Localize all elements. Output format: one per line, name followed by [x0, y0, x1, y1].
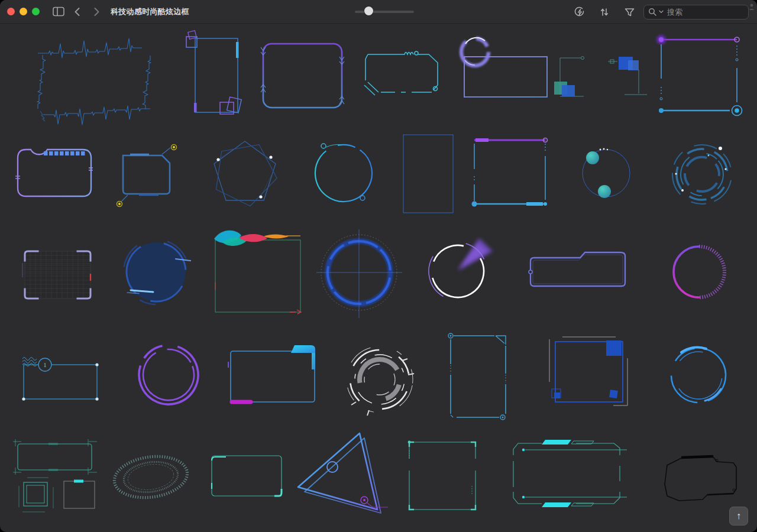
thumbnail-teal-bracket-square[interactable]: [401, 436, 484, 516]
thumbnail-teal-rounded-accent-frame[interactable]: [208, 452, 285, 499]
thumbnail-square-nodes-vertical-frame[interactable]: [185, 33, 247, 120]
sort-button[interactable]: [596, 4, 613, 20]
thumbnail-teal-double-square[interactable]: [19, 478, 53, 512]
thumbnail-cyan-hud-coil-frame[interactable]: [354, 46, 442, 100]
forward-chevron-icon: [92, 7, 101, 17]
thumbnail-magenta-hatched-ring[interactable]: [668, 242, 730, 303]
badge-one: 1: [43, 361, 47, 368]
slider-track[interactable]: [355, 11, 414, 13]
title-bar: 科技动感时尚酷炫边框: [0, 0, 757, 24]
minimize-button[interactable]: [20, 8, 27, 15]
thumbnail-gradient-double-triangle[interactable]: [295, 432, 389, 517]
thumbnail-teal-corner-frame-b[interactable]: [608, 52, 648, 106]
thumbnail-radar-dashed-circles[interactable]: [667, 141, 737, 209]
thumbnail-navy-disc-arcs[interactable]: [121, 235, 191, 306]
close-button[interactable]: [7, 8, 15, 15]
thumbnail-purple-cyan-node-square-a[interactable]: [655, 33, 744, 115]
thumbnail-purple-ring-rect-frame[interactable]: [451, 34, 552, 100]
thumbnail-planet-orbit-circle[interactable]: [577, 145, 636, 204]
chevron-down-icon: [659, 10, 664, 14]
thumbnail-green-frame-color-wave[interactable]: [212, 228, 303, 316]
sidebar-toggle-icon: [53, 7, 64, 17]
traffic-lights: [7, 8, 40, 15]
search-input[interactable]: [666, 7, 744, 17]
thumbnail-double-pentagon-frame[interactable]: [210, 137, 280, 211]
thumbnail-white-circle-purple-cone[interactable]: [421, 235, 495, 307]
tag-icon: [749, 4, 755, 11]
thumbnail-purple-double-ring[interactable]: [135, 340, 203, 410]
thumbnail-dotted-ellipse-rings[interactable]: [111, 452, 191, 502]
thumbnail-gradient-rounded-frame[interactable]: [256, 35, 348, 114]
thumbnail-numbered-cyan-rect[interactable]: 1: [19, 352, 102, 404]
thumbnail-teal-corner-frame-a[interactable]: [553, 52, 588, 106]
quick-actions-icon: [574, 7, 585, 18]
thumbnail-grid-panel-brackets[interactable]: [18, 245, 98, 304]
quick-actions-button[interactable]: [571, 4, 588, 20]
filter-button[interactable]: [621, 4, 638, 20]
thumbnail-cyan-portrait-frame[interactable]: [444, 330, 517, 423]
thumbnail-notched-purple-frame[interactable]: [523, 248, 633, 293]
sort-icon: [599, 7, 610, 18]
thumbnail-purple-cyan-node-square-b[interactable]: [468, 135, 551, 212]
thumbnail-blue-broken-ring[interactable]: [664, 342, 733, 410]
thumbnail-gradient-tab-frame[interactable]: [225, 344, 319, 406]
slider-thumb[interactable]: [364, 7, 373, 15]
page-title: 科技动感时尚酷炫边框: [111, 7, 189, 17]
thumbnail-teal-hud-arrow-frame[interactable]: [504, 435, 628, 512]
thumbnail-black-angular-frame[interactable]: [661, 452, 741, 508]
zoom-button[interactable]: [32, 8, 40, 15]
magnifier-icon: [648, 8, 656, 16]
scroll-to-top-button[interactable]: ↑: [729, 507, 748, 525]
back-button[interactable]: [69, 4, 86, 20]
arrow-up-icon: ↑: [736, 511, 741, 521]
thumbnail-gray-square-cyan-tab[interactable]: [62, 478, 98, 511]
forward-button[interactable]: [88, 4, 105, 20]
thumbnail-white-segmented-spinner[interactable]: [338, 338, 421, 421]
app-window: 科技动感时尚酷炫边框: [0, 0, 757, 532]
thumbnail-plain-blue-rect[interactable]: [400, 132, 457, 215]
thumbnail-chip-notch-frame[interactable]: [13, 143, 99, 202]
back-chevron-icon: [73, 7, 82, 17]
thumbnail-circuit-yellow-node-frame[interactable]: [112, 145, 190, 207]
thumbnail-blue-square-solid-corners[interactable]: [547, 336, 633, 410]
filter-icon: [624, 7, 635, 18]
thumbnail-cyan-gradient-circle[interactable]: [310, 139, 377, 209]
thumbnail-ecg-heartbeat-frame[interactable]: [30, 35, 157, 118]
thumbnail-teal-tick-rect[interactable]: [12, 439, 98, 475]
thumbnail-particle-ring-crosshair[interactable]: [316, 229, 402, 318]
thumbnail-zoom-slider[interactable]: [355, 9, 414, 14]
search-field[interactable]: [643, 5, 749, 20]
sidebar-toggle-button[interactable]: [50, 4, 67, 20]
